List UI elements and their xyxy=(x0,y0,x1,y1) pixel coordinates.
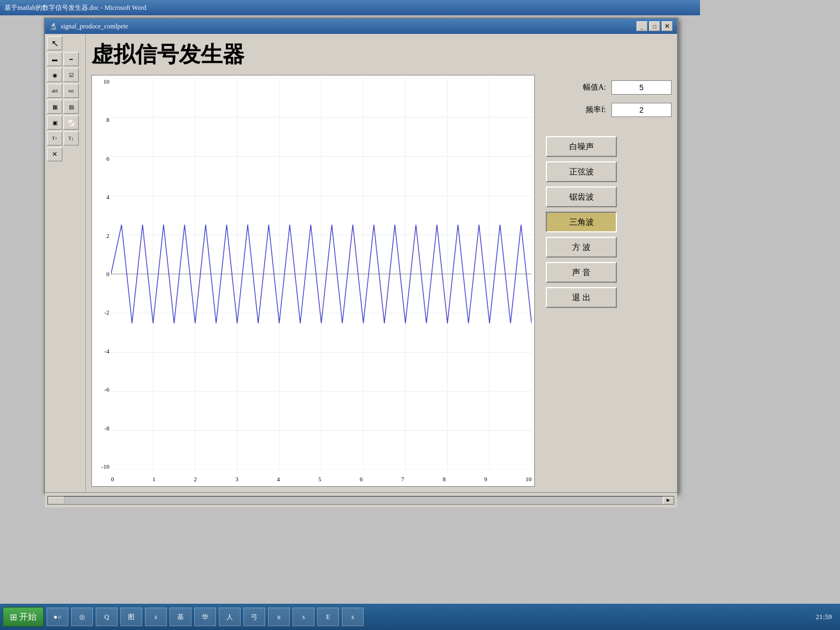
taskbar-icon-2: ◎ xyxy=(79,613,85,621)
taskbar-item-11[interactable]: s xyxy=(293,608,314,626)
toolbar-row-1: ↖ xyxy=(47,36,83,50)
matlab-window: 🔬 signal_prodoce_comlpete _ □ ✕ ↖ ▬ ━ ◉ … xyxy=(44,18,678,493)
word-title: 基于matlab的数字信号发生器.doc - Microsoft Word xyxy=(4,3,146,13)
chart-area: 10 8 6 4 2 0 -2 -4 -6 -8 -10 xyxy=(91,75,535,487)
x-label-8: 8 xyxy=(442,476,446,482)
taskbar-icon-1: ●○ xyxy=(54,613,62,621)
taskbar-item-10[interactable]: u xyxy=(268,608,290,626)
taskbar-item-2[interactable]: ◎ xyxy=(71,608,93,626)
taskbar-icon-9: 弓 xyxy=(251,612,258,622)
tool-btn-11[interactable]: T↑ xyxy=(47,131,62,145)
start-button[interactable]: ⊞ 开始 xyxy=(3,607,44,627)
toolbar-row-5: ▦ ▤ xyxy=(47,100,83,114)
frequency-row: 频率f: xyxy=(546,103,672,117)
taskbar-item-6[interactable]: 基 xyxy=(170,608,191,626)
tool-btn-1[interactable]: ▬ xyxy=(47,52,62,66)
frequency-input[interactable] xyxy=(611,103,672,117)
taskbar-icon-12: E xyxy=(326,613,330,621)
tool-btn-2[interactable]: ━ xyxy=(63,52,79,66)
taskbar-item-4[interactable]: 图 xyxy=(120,608,142,626)
tool-btn-5[interactable]: abl xyxy=(47,84,62,98)
taskbar-item-3[interactable]: Q xyxy=(96,608,118,626)
tool-btn-6[interactable]: txt xyxy=(63,84,79,98)
taskbar-icon-13: s xyxy=(352,613,354,621)
y-label-2: 2 xyxy=(107,232,110,239)
matlab-titlebar: 🔬 signal_prodoce_comlpete _ □ ✕ xyxy=(45,19,677,34)
y-label-n10: -10 xyxy=(101,463,109,470)
tool-btn-4[interactable]: ☑ xyxy=(63,68,79,82)
tool-btn-10[interactable]: 📈 xyxy=(63,115,79,130)
maximize-button[interactable]: □ xyxy=(649,21,660,31)
cursor-tool-button[interactable]: ↖ xyxy=(47,36,62,50)
taskbar-icon-11: s xyxy=(302,613,305,621)
taskbar-icon-5: s xyxy=(155,613,158,621)
x-label-10: 10 xyxy=(526,476,532,482)
toolbar-row-6: ▣ 📈 xyxy=(47,115,83,130)
triangle-button[interactable]: 三角波 xyxy=(546,212,617,232)
taskbar-icon-4: 图 xyxy=(128,612,135,622)
y-label-n2: -2 xyxy=(104,309,109,316)
signal-buttons: 白噪声 正弦波 锯齿波 三角波 方 波 声 音 退 出 xyxy=(546,136,672,308)
app-title: 虚拟信号发生器 xyxy=(91,39,672,69)
x-label-2: 2 xyxy=(194,476,197,482)
white-noise-button[interactable]: 白噪声 xyxy=(546,136,617,157)
sound-button[interactable]: 声 音 xyxy=(546,262,617,283)
clock-time: 21:59 xyxy=(815,612,832,621)
y-label-6: 6 xyxy=(107,155,110,162)
amplitude-row: 幅值A: xyxy=(546,80,672,95)
taskbar-clock: 21:59 xyxy=(810,612,837,621)
signal-chart xyxy=(111,78,532,470)
sawtooth-button[interactable]: 锯齿波 xyxy=(546,186,617,207)
chart-container: 10 8 6 4 2 0 -2 -4 -6 -8 -10 xyxy=(91,75,672,487)
taskbar-item-12[interactable]: E xyxy=(317,608,339,626)
taskbar-item-7[interactable]: 华 xyxy=(194,608,216,626)
x-label-0: 0 xyxy=(111,476,114,482)
toolbar-row-7: T↑ T↓ xyxy=(47,131,83,145)
x-label-6: 6 xyxy=(360,476,363,482)
toolbar-row-2: ▬ ━ xyxy=(47,52,83,66)
taskbar-icon-7: 华 xyxy=(202,612,208,622)
taskbar-item-13[interactable]: s xyxy=(342,608,364,626)
scrollbar-end[interactable]: ▶ xyxy=(663,497,674,504)
x-label-9: 9 xyxy=(484,476,487,482)
square-button[interactable]: 方 波 xyxy=(546,237,617,258)
x-label-5: 5 xyxy=(318,476,322,482)
close-button[interactable]: ✕ xyxy=(662,21,673,31)
frequency-label: 频率f: xyxy=(586,105,606,115)
sine-wave-button[interactable]: 正弦波 xyxy=(546,161,617,182)
left-toolbar: ↖ ▬ ━ ◉ ☑ abl txt ▦ ▤ ▣ 📈 T xyxy=(45,34,86,492)
start-label: 开始 xyxy=(19,611,37,623)
x-label-4: 4 xyxy=(277,476,280,482)
scrollbar-thumb[interactable] xyxy=(48,497,65,504)
x-label-1: 1 xyxy=(153,476,156,482)
taskbar-item-1[interactable]: ●○ xyxy=(46,608,68,626)
y-label-4: 4 xyxy=(107,194,110,200)
main-panel: 虚拟信号发生器 10 8 6 4 2 0 -2 -4 -6 -8 xyxy=(86,34,677,492)
amplitude-label: 幅值A: xyxy=(583,83,606,92)
taskbar-icon-10: u xyxy=(277,613,281,621)
tool-btn-13[interactable]: ✕ xyxy=(47,147,62,161)
taskbar: ⊞ 开始 ●○ ◎ Q 图 s 基 华 人 弓 u s E s 21:59 xyxy=(0,604,840,630)
tool-btn-9[interactable]: ▣ xyxy=(47,115,62,130)
taskbar-item-9[interactable]: 弓 xyxy=(243,608,265,626)
taskbar-item-8[interactable]: 人 xyxy=(219,608,241,626)
scrollbar-track[interactable]: ▶ xyxy=(48,496,674,505)
right-panel: 幅值A: 频率f: 白噪声 正弦波 锯齿波 三角波 方 波 声 音 xyxy=(546,75,672,487)
toolbar-row-4: abl txt xyxy=(47,84,83,98)
exit-button[interactable]: 退 出 xyxy=(546,287,617,308)
windows-icon: ⊞ xyxy=(10,612,17,622)
tool-btn-7[interactable]: ▦ xyxy=(47,100,62,114)
tool-btn-3[interactable]: ◉ xyxy=(47,68,62,82)
tool-btn-12[interactable]: T↓ xyxy=(63,131,79,145)
taskbar-icon-8: 人 xyxy=(226,612,233,622)
minimize-button[interactable]: _ xyxy=(637,21,648,31)
x-label-3: 3 xyxy=(235,476,238,482)
matlab-scrollbar: ▶ xyxy=(45,492,677,508)
amplitude-input[interactable] xyxy=(611,80,672,95)
y-label-8: 8 xyxy=(107,116,110,123)
toolbar-row-3: ◉ ☑ xyxy=(47,68,83,82)
taskbar-icon-3: Q xyxy=(104,613,109,621)
y-label-n6: -6 xyxy=(104,386,109,393)
taskbar-item-5[interactable]: s xyxy=(145,608,167,626)
tool-btn-8[interactable]: ▤ xyxy=(63,100,79,114)
